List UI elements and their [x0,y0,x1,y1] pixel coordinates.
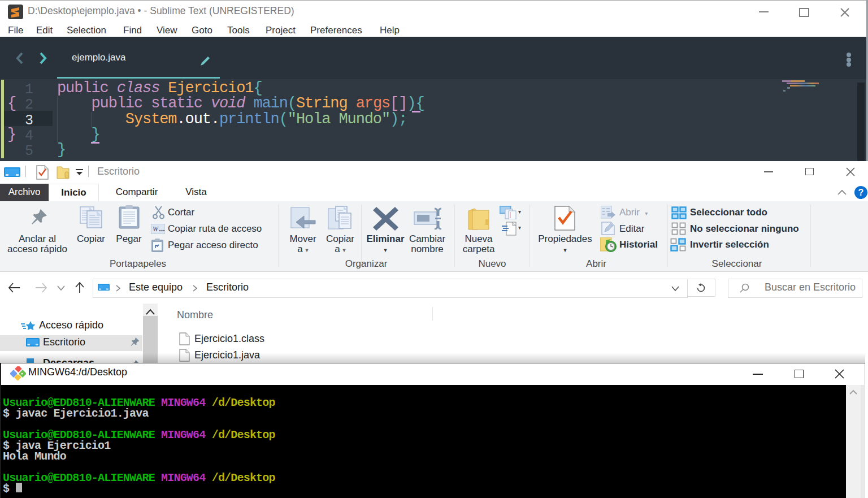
svg-text:W: W [153,225,159,233]
